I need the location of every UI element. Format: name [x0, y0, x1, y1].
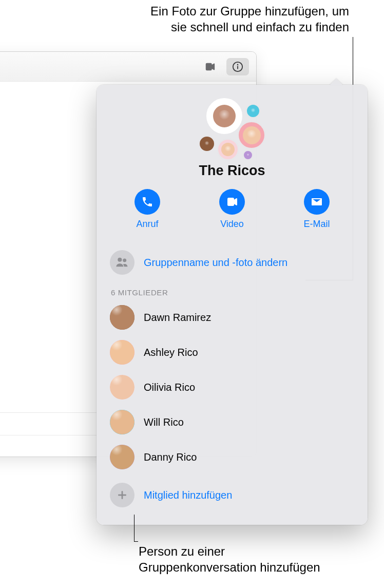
people-icon [115, 255, 129, 270]
member-row[interactable]: Dawn Ramirez [110, 300, 354, 335]
members-list: Dawn Ramirez Ashley Rico Oilivia Rico Wi… [110, 300, 354, 475]
avatar [237, 121, 266, 149]
facetime-video-button[interactable] [199, 58, 221, 75]
phone-icon [141, 196, 153, 208]
group-name: The Ricos [110, 163, 354, 179]
member-name: Dawn Ramirez [144, 312, 211, 324]
member-name: Danny Rico [144, 451, 197, 463]
quick-actions-row: Anruf Video E-Mail [110, 189, 354, 230]
member-row[interactable]: Will Rico [110, 405, 354, 440]
add-member-label: Mitglied hinzufügen [144, 489, 232, 501]
avatar [110, 445, 135, 469]
member-name: Oilivia Rico [144, 382, 195, 393]
members-section-header: 6 MITGLIEDER [111, 288, 354, 297]
callout-leader [134, 541, 138, 542]
avatar [206, 98, 242, 134]
member-row[interactable]: Ashley Rico [110, 335, 354, 370]
avatar [198, 135, 216, 153]
add-member-button[interactable]: Mitglied hinzufügen [110, 478, 354, 513]
avatar [217, 138, 239, 161]
avatar [242, 149, 254, 161]
mail-button[interactable]: E-Mail [289, 189, 345, 230]
group-info-popover: The Ricos Anruf Video E-Mail Gruppenname… [97, 85, 368, 525]
window-titlebar [0, 52, 256, 82]
callout-add-person: Person zu einer Gruppenkonversation hinz… [139, 543, 375, 575]
svg-point-1 [237, 64, 239, 65]
member-row[interactable]: Danny Rico [110, 440, 354, 475]
callout-leader [134, 515, 135, 541]
video-icon [204, 61, 216, 72]
member-name: Will Rico [144, 416, 184, 428]
mail-label: E-Mail [303, 219, 330, 230]
group-avatar-cluster[interactable] [191, 98, 273, 160]
svg-rect-2 [237, 66, 238, 69]
member-row[interactable]: Oilivia Rico [110, 370, 354, 405]
video-button[interactable]: Video [204, 189, 260, 230]
info-icon [232, 61, 243, 72]
avatar [245, 103, 261, 119]
member-name: Ashley Rico [144, 347, 198, 358]
call-label: Anruf [136, 219, 158, 230]
edit-group-label: Gruppenname und -foto ändern [144, 257, 287, 269]
call-button[interactable]: Anruf [119, 189, 176, 230]
callout-add-photo: Ein Foto zur Gruppe hinzufügen, um sie s… [77, 3, 349, 35]
avatar [110, 410, 135, 434]
avatar [110, 375, 135, 400]
video-icon [226, 196, 238, 208]
video-label: Video [220, 219, 244, 230]
plus-icon [117, 489, 128, 501]
callout-leader [353, 37, 353, 63]
mail-icon [311, 196, 323, 208]
avatar [110, 305, 135, 330]
info-button[interactable] [226, 58, 249, 75]
avatar [110, 340, 135, 365]
edit-group-name-photo[interactable]: Gruppenname und -foto ändern [110, 245, 354, 280]
